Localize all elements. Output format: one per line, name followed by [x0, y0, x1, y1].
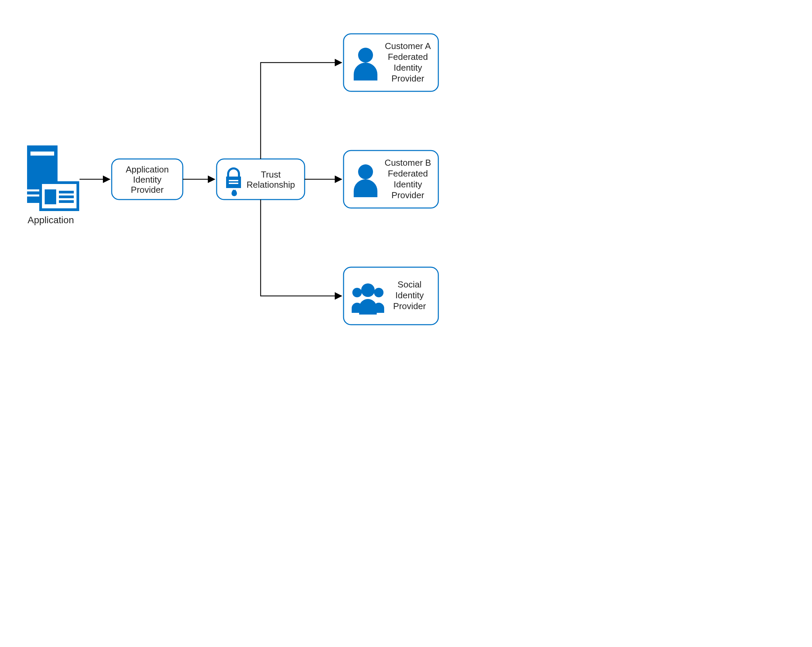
- window-icon: [41, 183, 78, 210]
- customer-a-line2: Federated: [388, 52, 428, 62]
- svg-point-19: [353, 288, 362, 297]
- trust-line1: Trust: [261, 169, 281, 180]
- node-social: Social Identity Provider: [343, 267, 438, 325]
- arrow-trust-to-customer-a: [261, 62, 342, 159]
- customer-b-line2: Federated: [388, 168, 428, 178]
- node-trust: Trust Relationship: [217, 159, 305, 199]
- node-customer-b: Customer B Federated Identity Provider: [343, 151, 438, 208]
- social-line3: Provider: [393, 301, 426, 311]
- node-customer-a: Customer A Federated Identity Provider: [343, 34, 438, 91]
- svg-point-20: [374, 288, 383, 297]
- svg-rect-11: [226, 177, 241, 188]
- svg-rect-6: [59, 191, 74, 193]
- application-caption: Application: [28, 215, 74, 225]
- customer-a-line4: Provider: [392, 73, 424, 84]
- svg-rect-13: [229, 183, 238, 184]
- svg-rect-7: [59, 195, 74, 198]
- arrow-trust-to-social: [261, 199, 342, 296]
- app-idp-line3: Provider: [131, 185, 164, 195]
- customer-a-line3: Identity: [394, 62, 422, 73]
- svg-rect-1: [31, 152, 54, 155]
- app-idp-line1: Application: [125, 164, 169, 175]
- trust-line2: Relationship: [246, 180, 295, 190]
- diagram-canvas: Application Application Identity Provide…: [0, 0, 508, 372]
- application-icon-group: [27, 145, 78, 210]
- svg-rect-12: [229, 180, 238, 181]
- customer-b-line3: Identity: [394, 179, 422, 189]
- svg-point-17: [358, 164, 373, 179]
- customer-a-line1: Customer A: [385, 41, 431, 51]
- customer-b-line1: Customer B: [385, 158, 431, 168]
- svg-rect-5: [45, 189, 56, 204]
- social-line1: Social: [398, 279, 422, 289]
- svg-rect-8: [59, 200, 74, 203]
- node-app-idp: Application Identity Provider: [112, 159, 183, 199]
- social-line2: Identity: [395, 290, 424, 300]
- svg-point-21: [361, 283, 375, 297]
- app-idp-line2: Identity: [133, 175, 162, 185]
- customer-b-line4: Provider: [392, 190, 424, 200]
- svg-point-15: [358, 48, 373, 62]
